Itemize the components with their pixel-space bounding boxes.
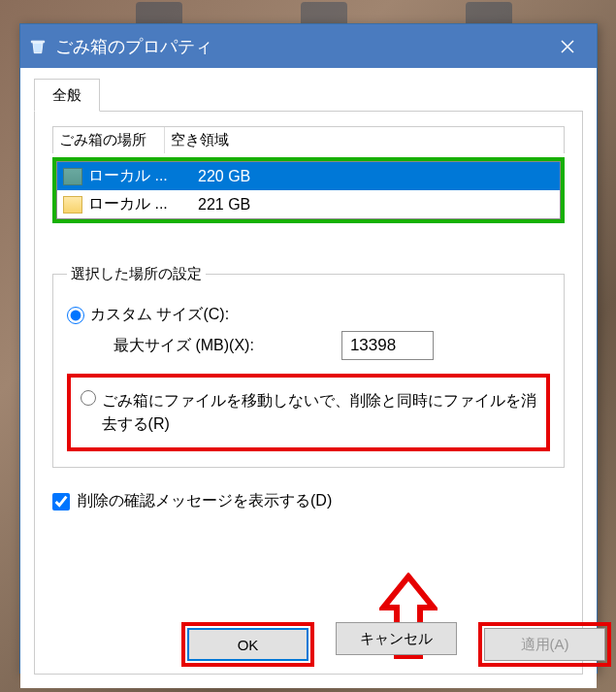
column-header-free[interactable]: 空き領域 [165, 127, 564, 153]
close-button[interactable] [545, 24, 589, 68]
radio-custom-size-label: カスタム サイズ(C): [90, 305, 229, 325]
drive-name: ローカル ... [88, 166, 194, 186]
drive-free: 220 GB [194, 168, 554, 185]
ok-button[interactable]: OK [187, 628, 308, 661]
column-header-location[interactable]: ごみ箱の場所 [53, 127, 165, 153]
location-settings-fieldset: 選択した場所の設定 カスタム サイズ(C): 最大サイズ (MB)(X): ごみ… [52, 274, 565, 468]
title-bar: ごみ箱のプロパティ [20, 24, 597, 68]
annotation-red-box-radio: ごみ箱にファイルを移動しないで、削除と同時にファイルを消去する(R) [67, 374, 550, 451]
radio-no-recycle[interactable]: ごみ箱にファイルを移動しないで、削除と同時にファイルを消去する(R) [81, 389, 536, 436]
drive-row[interactable]: ローカル ... 221 GB [57, 190, 560, 218]
tab-general[interactable]: 全般 [34, 79, 100, 112]
tab-strip: 全般 [34, 78, 583, 112]
dialog-title: ごみ箱のプロパティ [55, 35, 537, 58]
checkbox-confirm-delete-label: 削除の確認メッセージを表示する(D) [78, 491, 332, 511]
radio-custom-size-input[interactable] [67, 307, 84, 324]
checkbox-confirm-delete[interactable]: 削除の確認メッセージを表示する(D) [52, 491, 565, 511]
dialog-button-bar: OK キャンセル 適用(A) [181, 622, 611, 667]
tab-panel-general: ごみ箱の場所 空き領域 ローカル ... 220 GB ローカル ... [34, 112, 583, 675]
dialog-content: 全般 ごみ箱の場所 空き領域 ローカル ... 220 GB [20, 68, 597, 688]
cancel-button[interactable]: キャンセル [336, 622, 457, 655]
drive-row[interactable]: ローカル ... 220 GB [57, 162, 560, 190]
drive-icon [63, 196, 82, 214]
radio-no-recycle-label: ごみ箱にファイルを移動しないで、削除と同時にファイルを消去する(R) [102, 389, 536, 436]
annotation-green-box: ごみ箱の場所 空き領域 ローカル ... 220 GB ローカル ... [52, 126, 565, 223]
checkbox-confirm-delete-input[interactable] [52, 493, 70, 511]
apply-button[interactable]: 適用(A) [484, 628, 605, 661]
radio-custom-size[interactable]: カスタム サイズ(C): [67, 305, 550, 325]
fieldset-legend: 選択した場所の設定 [67, 265, 206, 283]
recycle-bin-properties-dialog: ごみ箱のプロパティ 全般 ごみ箱の場所 空き領域 ローカル ... [19, 23, 598, 674]
drive-icon [63, 168, 82, 185]
annotation-red-box-ok: OK [181, 622, 314, 667]
annotation-red-box-apply: 適用(A) [478, 622, 611, 667]
drive-free: 221 GB [194, 196, 554, 214]
max-size-label: 最大サイズ (MB)(X): [113, 336, 254, 356]
cancel-button-wrap: キャンセル [336, 622, 457, 667]
recycle-bin-icon [28, 37, 48, 56]
max-size-input[interactable] [341, 331, 434, 360]
radio-no-recycle-input[interactable] [81, 389, 96, 407]
drive-name: ローカル ... [88, 194, 194, 214]
drive-listview[interactable]: ローカル ... 220 GB ローカル ... 221 GB [56, 161, 561, 219]
